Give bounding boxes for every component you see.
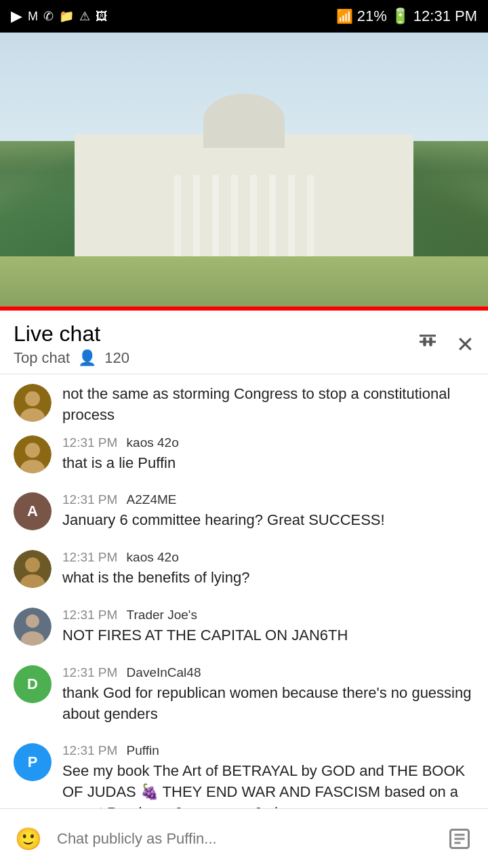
video-dome <box>203 94 285 148</box>
folder-icon: 📁 <box>59 9 74 24</box>
message-text: what is the benefits of lying? <box>62 568 474 589</box>
livechat-title: Live chat <box>14 321 129 347</box>
clock: 12:31 PM <box>413 7 477 25</box>
avatar <box>14 384 52 422</box>
warning-icon: ⚠ <box>79 9 90 24</box>
svg-point-8 <box>25 443 40 458</box>
chat-area: not the same as storming Congress to sto… <box>0 374 488 868</box>
topchat-label: Top chat <box>14 349 70 367</box>
avatar: P <box>14 743 52 781</box>
video-progress-bar[interactable] <box>0 307 488 311</box>
livechat-title-group: Live chat Top chat 👤 120 <box>14 321 129 367</box>
status-bar: ▶ M ✆ 📁 ⚠ 🖼 📶 21% 🔋 12:31 PM <box>0 0 488 33</box>
message-text: NOT FIRES AT THE CAPITAL ON JAN6TH <box>62 625 474 646</box>
m-icon: M <box>28 9 38 24</box>
message-text: that is a lie Puffin <box>62 453 474 474</box>
svg-point-11 <box>25 557 40 572</box>
status-icons: ▶ M ✆ 📁 ⚠ 🖼 <box>11 7 108 25</box>
avatar <box>14 550 52 588</box>
list-item: D 12:31 PM DaveInCal48 thank God for rep… <box>0 656 488 734</box>
chat-input[interactable] <box>57 821 431 856</box>
username: Trader Joe's <box>127 608 197 622</box>
list-item: 12:31 PM kaos 42o what is the benefits o… <box>0 540 488 598</box>
video-player[interactable] <box>0 33 488 311</box>
message-body: 12:31 PM A2Z4ME January 6 committee hear… <box>62 492 474 531</box>
topchat-row: Top chat 👤 120 <box>14 349 129 367</box>
message-body: 12:31 PM kaos 42o that is a lie Puffin <box>62 435 474 474</box>
wifi-icon: 📶 <box>336 8 353 24</box>
status-info: 📶 21% 🔋 12:31 PM <box>336 7 477 25</box>
username: kaos 42o <box>127 435 179 450</box>
emoji-button[interactable]: 🙂 <box>11 821 46 856</box>
video-columns <box>142 161 346 256</box>
call-icon: ✆ <box>43 9 54 24</box>
list-item: 12:31 PM kaos 42o that is a lie Puffin <box>0 426 488 484</box>
header-actions: ✕ <box>415 330 474 359</box>
message-body: not the same as storming Congress to sto… <box>62 384 474 426</box>
username: kaos 42o <box>127 550 179 564</box>
video-building <box>75 134 413 256</box>
filter-icon[interactable] <box>415 330 440 359</box>
message-body: 12:31 PM Trader Joe's NOT FIRES AT THE C… <box>62 608 474 646</box>
battery-icon: 🔋 <box>391 7 409 25</box>
username: DaveInCal48 <box>127 665 201 679</box>
image-icon: 🖼 <box>96 9 108 24</box>
battery-level: 21% <box>357 7 387 25</box>
truncated-message-text: not the same as storming Congress to sto… <box>62 384 474 426</box>
livechat-header: Live chat Top chat 👤 120 ✕ <box>0 311 488 374</box>
emoji-icon: 🙂 <box>15 826 42 852</box>
svg-point-5 <box>25 391 40 406</box>
message-text: January 6 committee hearing? Great SUCCE… <box>62 510 474 531</box>
list-item: A 12:31 PM A2Z4ME January 6 committee he… <box>0 483 488 540</box>
message-meta: 12:31 PM A2Z4ME <box>62 492 474 507</box>
send-button[interactable] <box>442 821 477 856</box>
list-item: not the same as storming Congress to sto… <box>0 374 488 426</box>
avatar: A <box>14 492 52 530</box>
message-body: 12:31 PM DaveInCal48 thank God for repub… <box>62 665 474 725</box>
svg-point-14 <box>26 614 39 628</box>
viewers-count: 120 <box>104 349 129 367</box>
avatar <box>14 435 52 473</box>
chat-input-bar: 🙂 <box>0 808 488 868</box>
message-meta: 12:31 PM kaos 42o <box>62 435 474 450</box>
viewers-icon: 👤 <box>78 349 96 367</box>
message-body: 12:31 PM kaos 42o what is the benefits o… <box>62 550 474 589</box>
username: Puffin <box>127 743 159 757</box>
message-meta: 12:31 PM DaveInCal48 <box>62 665 474 680</box>
message-meta: 12:31 PM Trader Joe's <box>62 608 474 623</box>
avatar: D <box>14 665 52 703</box>
message-meta: 12:31 PM kaos 42o <box>62 550 474 565</box>
close-icon[interactable]: ✕ <box>456 332 474 357</box>
avatar <box>14 608 52 646</box>
youtube-icon: ▶ <box>11 7 22 25</box>
message-meta: 12:31 PM Puffin <box>62 743 474 758</box>
video-ground <box>0 256 488 311</box>
message-text: thank God for republican women because t… <box>62 683 474 725</box>
send-icon <box>447 827 472 851</box>
list-item: 12:31 PM Trader Joe's NOT FIRES AT THE C… <box>0 598 488 656</box>
username: A2Z4ME <box>127 492 177 507</box>
